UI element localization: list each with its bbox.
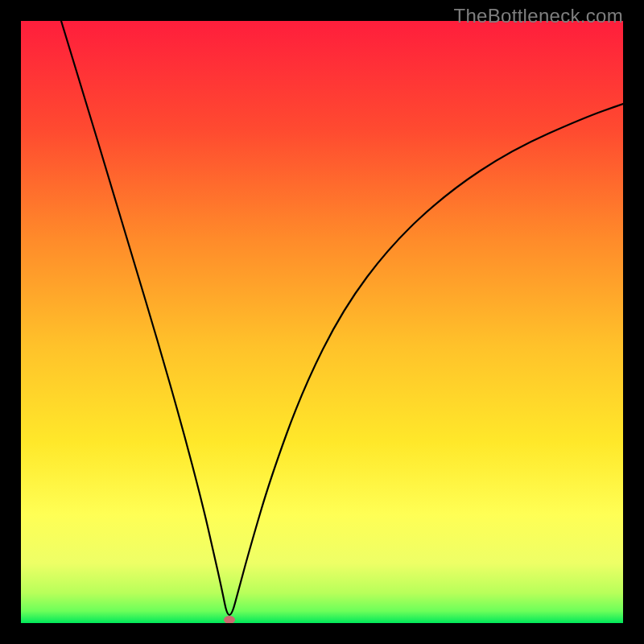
plot-area — [21, 21, 623, 623]
min-point-marker — [224, 616, 235, 623]
chart-svg — [21, 21, 623, 623]
chart-frame: TheBottleneck.com — [0, 0, 644, 644]
watermark-text: TheBottleneck.com — [453, 5, 623, 27]
gradient-background — [21, 21, 623, 623]
